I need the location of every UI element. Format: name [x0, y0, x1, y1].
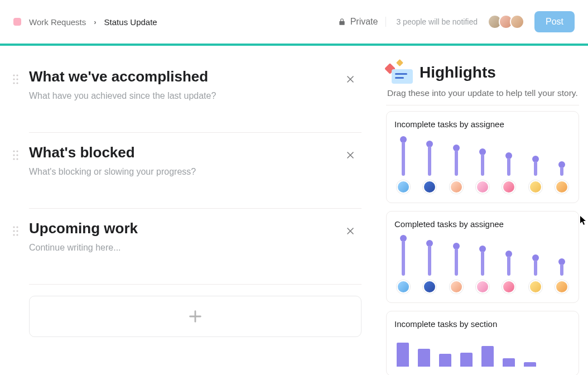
highlight-card-title: Incomplete tasks by assignee [394, 119, 571, 129]
assignee-avatar-icon [397, 180, 410, 194]
chart-bar [439, 354, 451, 367]
svg-point-10 [13, 154, 15, 156]
header-actions: Private 3 people will be notified Post [338, 11, 575, 32]
chart-bar [524, 362, 536, 367]
remove-section-button[interactable] [343, 147, 358, 163]
section-placeholder[interactable]: What have you achieved since the last up… [29, 91, 362, 101]
highlight-card-incomplete-by-assignee[interactable]: Incomplete tasks by assignee [386, 111, 579, 203]
chart-column [423, 240, 436, 294]
project-color-chip [13, 18, 21, 26]
chart-column [476, 246, 489, 294]
assignee-avatar-icon [502, 280, 515, 294]
svg-point-0 [13, 74, 15, 76]
avatar [510, 15, 524, 29]
assignee-avatar-icon [397, 280, 410, 294]
section-title[interactable]: Upcoming work [29, 220, 362, 237]
svg-point-18 [13, 230, 15, 232]
chart-column [529, 254, 542, 294]
svg-point-8 [13, 150, 15, 152]
svg-point-5 [16, 82, 18, 84]
chevron-right-icon: › [94, 18, 96, 26]
svg-point-13 [16, 158, 18, 160]
drag-handle-icon[interactable] [12, 225, 20, 238]
svg-point-19 [16, 230, 18, 232]
chart-column [555, 161, 568, 194]
chart-incomplete-by-assignee [394, 138, 571, 194]
lock-icon [338, 18, 346, 26]
section-placeholder[interactable]: What's blocking or slowing your progress… [29, 167, 362, 177]
drag-handle-icon[interactable] [12, 150, 20, 162]
svg-point-17 [16, 226, 18, 228]
breadcrumb-project[interactable]: Work Requests [29, 17, 86, 27]
assignee-avatar-icon [423, 280, 436, 294]
post-button[interactable]: Post [534, 11, 575, 32]
section-upcoming: Upcoming work Continue writing here... [0, 220, 362, 285]
chart-column [529, 156, 542, 194]
chart-column [450, 243, 463, 294]
chart-column [476, 148, 489, 194]
update-editor: What we've accomplished What have you ac… [0, 46, 382, 375]
highlights-icon [386, 61, 413, 84]
follower-avatars[interactable] [488, 15, 524, 29]
assignee-avatar-icon [476, 180, 489, 194]
highlights-panel: Highlights Drag these into your update t… [382, 46, 588, 375]
svg-point-3 [16, 78, 18, 80]
svg-point-16 [13, 226, 15, 228]
assignee-avatar-icon [450, 280, 463, 294]
section-accomplished: What we've accomplished What have you ac… [0, 68, 362, 133]
highlight-card-incomplete-by-section[interactable]: Incomplete tasks by section [386, 311, 579, 375]
chart-bar [460, 353, 473, 367]
svg-point-1 [16, 74, 18, 76]
section-blocked: What's blocked What's blocking or slowin… [0, 144, 362, 209]
section-title[interactable]: What's blocked [29, 144, 362, 161]
assignee-avatar-icon [529, 180, 542, 194]
highlight-card-title: Incomplete tasks by section [394, 319, 571, 329]
svg-point-9 [16, 150, 18, 152]
svg-point-21 [16, 234, 18, 235]
chart-column [555, 258, 568, 294]
breadcrumb-current: Status Update [104, 17, 157, 27]
chart-bar [418, 349, 430, 367]
section-placeholder[interactable]: Continue writing here... [29, 243, 362, 253]
highlight-card-title: Completed tasks by assignee [394, 219, 571, 229]
chart-column [397, 235, 410, 294]
chart-column [423, 141, 436, 194]
chart-column [502, 251, 515, 294]
highlight-card-completed-by-assignee[interactable]: Completed tasks by assignee [386, 211, 579, 303]
assignee-avatar-icon [555, 280, 568, 294]
assignee-avatar-icon [502, 180, 515, 194]
remove-section-button[interactable] [343, 223, 358, 239]
svg-point-11 [16, 154, 18, 156]
add-section-button[interactable] [29, 296, 362, 337]
chart-column [450, 145, 463, 194]
svg-point-12 [13, 158, 15, 160]
section-title[interactable]: What we've accomplished [29, 68, 362, 85]
highlights-subtitle: Drag these into your update to help tell… [386, 88, 579, 105]
svg-point-20 [13, 234, 15, 235]
privacy-label: Private [350, 17, 378, 27]
drag-handle-icon[interactable] [12, 74, 20, 86]
notify-count-text: 3 people will be notified [396, 17, 478, 26]
assignee-avatar-icon [476, 280, 489, 294]
remove-section-button[interactable] [343, 71, 358, 87]
assignee-avatar-icon [450, 180, 463, 194]
header: Work Requests › Status Update Private 3 … [0, 0, 588, 46]
chart-bar [503, 358, 515, 367]
assignee-avatar-icon [423, 180, 436, 194]
assignee-avatar-icon [529, 280, 542, 294]
svg-point-4 [13, 82, 15, 84]
chart-incomplete-by-section [394, 338, 571, 367]
chart-bar [481, 346, 494, 367]
privacy-indicator[interactable]: Private [338, 17, 387, 27]
chart-column [397, 136, 410, 194]
chart-column [502, 152, 515, 194]
chart-completed-by-assignee [394, 238, 571, 294]
svg-point-2 [13, 78, 15, 80]
breadcrumb: Work Requests › Status Update [13, 17, 338, 27]
chart-bar [397, 343, 409, 367]
assignee-avatar-icon [555, 180, 568, 194]
highlights-title: Highlights [420, 64, 496, 81]
